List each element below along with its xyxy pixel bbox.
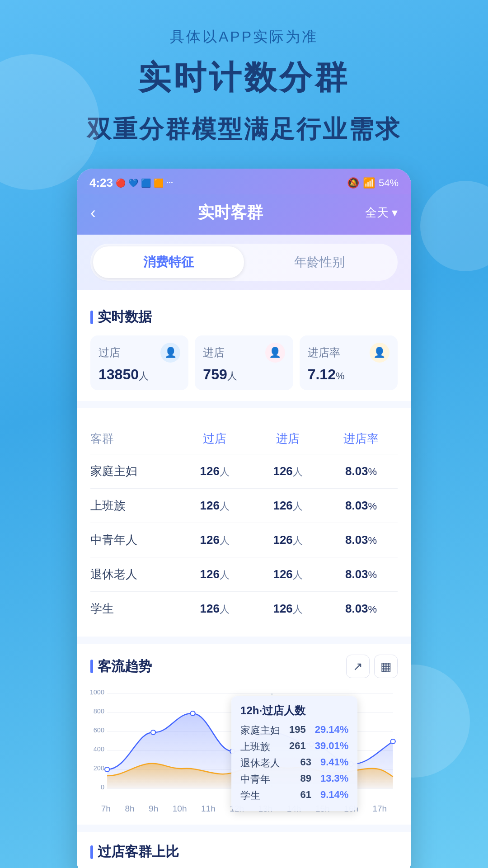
- row-group-2: 中青年人: [90, 532, 178, 548]
- realtime-section-title: 实时数据: [90, 308, 398, 326]
- row-rate-2: 8.03%: [324, 533, 398, 547]
- svg-point-19: [391, 739, 395, 744]
- page-subtitle: 具体以APP实际为准: [170, 27, 318, 47]
- x-label-4: 11h: [201, 804, 216, 814]
- tooltip-row-2: 退休老人 63 9.41%: [240, 755, 348, 771]
- x-label-10: 17h: [372, 804, 387, 814]
- stat-value-enter: 759人: [203, 366, 285, 383]
- x-label-3: 10h: [173, 804, 187, 814]
- col-header-enter: 进店: [251, 431, 324, 447]
- svg-point-14: [191, 711, 195, 716]
- chart-btn-line[interactable]: ↗: [346, 655, 370, 678]
- row-group-1: 上班族: [90, 498, 178, 514]
- svg-text:600: 600: [94, 726, 104, 734]
- table-header: 客群 过店 进店 进店率: [90, 424, 398, 454]
- x-label-2: 9h: [149, 804, 158, 814]
- chart-tooltip: 12h·过店人数 家庭主妇 195 29.14% 上班族 261 39.01% …: [231, 696, 357, 811]
- svg-text:1000: 1000: [90, 689, 104, 696]
- chart-section: 客流趋势 ↗ ▦ 12h·过店人数 家庭主妇 195 29.14% 上班族: [77, 644, 411, 825]
- header-title: 实时客群: [96, 202, 365, 224]
- stat-card-pass: 过店 👤 13850人: [90, 335, 188, 390]
- table-row: 中青年人 126人 126人 8.03%: [90, 523, 398, 557]
- svg-text:800: 800: [94, 708, 104, 715]
- row-group-0: 家庭主妇: [90, 463, 178, 479]
- stat-label-pass: 过店: [99, 345, 120, 360]
- row-enter-3: 126人: [251, 567, 324, 582]
- tooltip-row-0: 家庭主妇 195 29.14%: [240, 722, 348, 739]
- row-pass-2: 126人: [178, 533, 251, 547]
- row-rate-0: 8.03%: [324, 464, 398, 478]
- row-group-4: 学生: [90, 601, 178, 617]
- bottom-section-title: 过店客群上比: [77, 832, 411, 868]
- table-row: 上班族 126人 126人 8.03%: [90, 489, 398, 523]
- chart-header: 客流趋势 ↗ ▦: [90, 655, 398, 678]
- stat-label-enter: 进店: [203, 345, 225, 360]
- phone-content: 实时数据 过店 👤 13850人 进店 👤: [77, 297, 411, 868]
- tooltip-row-3: 中青年 89 13.3%: [240, 771, 348, 788]
- svg-point-13: [151, 730, 155, 735]
- chart-btn-bar[interactable]: ▦: [374, 655, 398, 678]
- back-button[interactable]: ‹: [90, 203, 96, 222]
- row-rate-4: 8.03%: [324, 602, 398, 616]
- col-header-pass: 过店: [178, 431, 251, 447]
- stat-value-rate: 7.12%: [308, 366, 389, 383]
- data-table: 客群 过店 进店 进店率 家庭主妇 126人 126人 8.03% 上班族 12…: [90, 424, 398, 626]
- status-right: 🔕 📶 54%: [347, 177, 399, 189]
- table-row: 学生 126人 126人 8.03%: [90, 592, 398, 626]
- stats-row: 过店 👤 13850人 进店 👤 759人: [90, 335, 398, 390]
- stat-card-enter: 进店 👤 759人: [195, 335, 293, 390]
- stat-card-rate: 进店率 👤 7.12%: [300, 335, 398, 390]
- row-rate-1: 8.03%: [324, 499, 398, 513]
- filter-button[interactable]: 全天 ▾: [365, 205, 398, 221]
- row-group-3: 退休老人: [90, 566, 178, 582]
- rate-icon: 👤: [370, 343, 389, 363]
- stat-label-rate: 进店率: [308, 345, 340, 360]
- sub-title: 双重分群模型满足行业需求: [87, 113, 401, 146]
- main-title: 实时计数分群: [138, 56, 350, 99]
- wifi-icon: 📶: [363, 177, 375, 189]
- row-pass-4: 126人: [178, 602, 251, 616]
- svg-point-12: [105, 767, 109, 772]
- pass-icon: 👤: [160, 343, 180, 363]
- row-enter-4: 126人: [251, 602, 324, 616]
- tooltip-title: 12h·过店人数: [240, 703, 348, 718]
- col-header-group: 客群: [90, 431, 178, 447]
- status-bar: 4:23 🔴 💙 🟦 🟧 ··· 🔕 📶 54%: [77, 169, 411, 194]
- col-header-rate: 进店率: [324, 431, 398, 447]
- row-enter-2: 126人: [251, 533, 324, 547]
- chart-actions: ↗ ▦: [346, 655, 398, 678]
- mute-icon: 🔕: [347, 177, 359, 189]
- chart-container: 12h·过店人数 家庭主妇 195 29.14% 上班族 261 39.01% …: [90, 687, 398, 814]
- chart-title: 客流趋势: [90, 657, 152, 676]
- status-time: 4:23 🔴 💙 🟦 🟧 ···: [89, 176, 173, 190]
- tab-consume[interactable]: 消费特征: [93, 246, 244, 278]
- table-row: 退休老人 126人 126人 8.03%: [90, 557, 398, 592]
- phone-frame: 4:23 🔴 💙 🟦 🟧 ··· 🔕 📶 54% ‹ 实时客群 全天 ▾ 消费特…: [77, 169, 411, 868]
- svg-text:400: 400: [94, 745, 104, 753]
- table-section: 客群 过店 进店 进店率 家庭主妇 126人 126人 8.03% 上班族 12…: [77, 408, 411, 637]
- table-row: 家庭主妇 126人 126人 8.03%: [90, 454, 398, 489]
- x-label-0: 7h: [101, 804, 111, 814]
- battery-icon: 54%: [379, 177, 399, 189]
- tooltip-row-1: 上班族 261 39.01%: [240, 739, 348, 755]
- row-enter-1: 126人: [251, 499, 324, 513]
- row-pass-0: 126人: [178, 464, 251, 479]
- row-rate-3: 8.03%: [324, 567, 398, 581]
- row-pass-3: 126人: [178, 567, 251, 582]
- tab-switcher: 消费特征 年龄性别: [77, 235, 411, 290]
- tab-age[interactable]: 年龄性别: [244, 246, 395, 278]
- svg-text:0: 0: [101, 783, 104, 791]
- row-enter-0: 126人: [251, 464, 324, 479]
- tooltip-row-4: 学生 61 9.14%: [240, 788, 348, 804]
- realtime-section: 实时数据 过店 👤 13850人 进店 👤: [77, 297, 411, 401]
- x-label-1: 8h: [125, 804, 134, 814]
- enter-icon: 👤: [265, 343, 285, 363]
- page-header: ‹ 实时客群 全天 ▾: [77, 194, 411, 235]
- svg-text:200: 200: [94, 764, 104, 772]
- row-pass-1: 126人: [178, 499, 251, 513]
- stat-value-pass: 13850人: [99, 366, 180, 383]
